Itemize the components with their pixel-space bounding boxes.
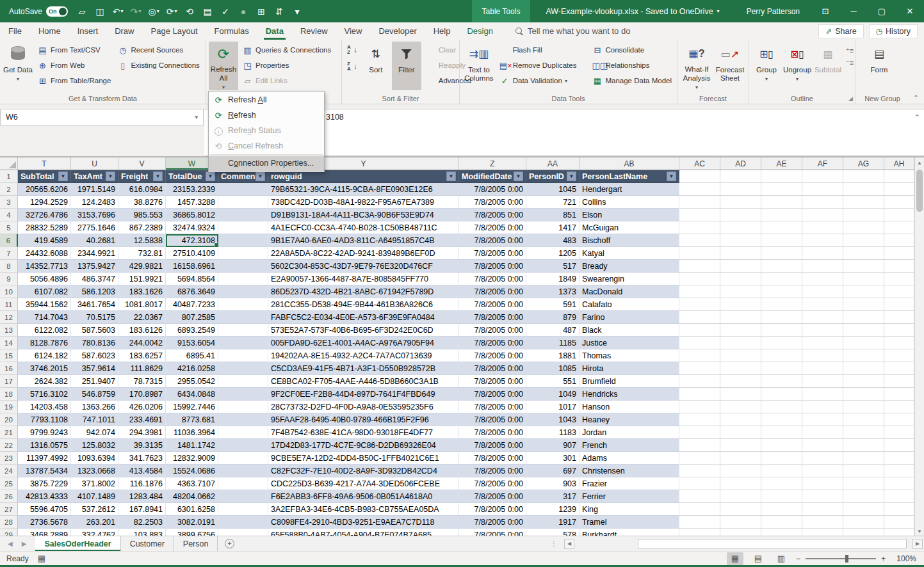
- empty-cell[interactable]: [802, 452, 843, 465]
- empty-cell[interactable]: [761, 311, 802, 324]
- filter-button[interactable]: Filter: [392, 42, 421, 90]
- cell[interactable]: 747.1011: [71, 413, 118, 426]
- autosave-pill[interactable]: On: [46, 6, 68, 17]
- row-header-29[interactable]: 29: [0, 529, 18, 536]
- empty-cell[interactable]: [679, 490, 720, 503]
- cell[interactable]: 7/8/2005 0:00: [459, 516, 526, 529]
- empty-cell[interactable]: [679, 529, 720, 536]
- cell[interactable]: 487: [526, 324, 580, 337]
- cell[interactable]: 578: [526, 529, 580, 536]
- cell[interactable]: 7/8/2005 0:00: [459, 401, 526, 413]
- cell[interactable]: Hendergart: [580, 183, 679, 196]
- cell[interactable]: 483: [526, 234, 580, 247]
- cell[interactable]: Farino: [580, 311, 679, 324]
- share-button[interactable]: ⇗ Share: [818, 24, 863, 38]
- empty-cell[interactable]: [884, 349, 914, 362]
- empty-cell[interactable]: [720, 234, 761, 247]
- cell[interactable]: 32726.4786: [18, 209, 71, 221]
- empty-cell[interactable]: [761, 439, 802, 452]
- column-header-AE[interactable]: AE: [761, 157, 802, 170]
- filter-dropdown-icon[interactable]: ▼: [667, 172, 676, 181]
- cell[interactable]: [218, 196, 268, 209]
- cell[interactable]: 28832.5289: [18, 221, 71, 234]
- filter-dropdown-icon[interactable]: ▼: [153, 172, 163, 181]
- cell[interactable]: Katyal: [580, 247, 679, 260]
- empty-cell[interactable]: [761, 516, 802, 529]
- cell[interactable]: 8128.7876: [18, 337, 71, 349]
- cell[interactable]: Tramel: [580, 516, 679, 529]
- page-break-view-button[interactable]: ▥: [773, 552, 790, 565]
- empty-cell[interactable]: [802, 465, 843, 477]
- empty-cell[interactable]: [761, 490, 802, 503]
- from-table-range-button[interactable]: ⊞From Table/Range: [35, 74, 113, 88]
- cell[interactable]: 517: [526, 260, 580, 273]
- redo-icon[interactable]: ↷▾: [128, 4, 143, 19]
- empty-cell[interactable]: [884, 503, 914, 516]
- cell[interactable]: 1323.0668: [71, 465, 118, 477]
- existing-connections-button[interactable]: ▯Existing Connections: [115, 58, 202, 72]
- table-header-rowguid[interactable]: rowguid▼: [268, 170, 459, 183]
- empty-cell[interactable]: [843, 234, 884, 247]
- cell[interactable]: 537.2612: [71, 503, 118, 516]
- empty-cell[interactable]: [720, 477, 761, 490]
- empty-cell[interactable]: [884, 337, 914, 349]
- row-header-13[interactable]: 13: [0, 324, 18, 337]
- empty-cell[interactable]: [884, 490, 914, 503]
- cell[interactable]: E2A90057-1366-4487-8A7E-8085845FF770: [268, 273, 459, 285]
- empty-cell[interactable]: [679, 388, 720, 401]
- cell[interactable]: 183.6257: [118, 349, 166, 362]
- history-button[interactable]: ◷ History: [869, 24, 918, 38]
- cell[interactable]: 413.4584: [118, 465, 166, 477]
- empty-cell[interactable]: [720, 183, 761, 196]
- cell[interactable]: 426.0206: [118, 401, 166, 413]
- cell[interactable]: 903: [526, 477, 580, 490]
- empty-cell[interactable]: [802, 349, 843, 362]
- relationships-button[interactable]: ◫◫Relationships: [589, 58, 674, 72]
- cell[interactable]: 7/8/2005 0:00: [459, 439, 526, 452]
- switch-window-icon[interactable]: ⇵: [272, 4, 287, 19]
- table-header-subtotal[interactable]: SubTotal▼: [18, 170, 71, 183]
- menu-item-cancel-refresh[interactable]: ⟲Cancel Refresh: [209, 138, 324, 154]
- cell[interactable]: 9153.6054: [166, 337, 218, 349]
- empty-cell[interactable]: [679, 401, 720, 413]
- table-header-personlastname[interactable]: PersonLastName▼: [580, 170, 679, 183]
- cell[interactable]: 11397.4992: [18, 452, 71, 465]
- cell[interactable]: 7/8/2005 0:00: [459, 221, 526, 234]
- check-doc-icon[interactable]: ✓: [218, 4, 233, 19]
- empty-cell[interactable]: [679, 465, 720, 477]
- remove-duplicates-button[interactable]: ▤×Remove Duplicates: [497, 58, 580, 72]
- cell[interactable]: 6124.182: [18, 349, 71, 362]
- tab-review[interactable]: Review: [292, 22, 336, 40]
- tab-home[interactable]: Home: [30, 22, 69, 40]
- cell[interactable]: 7/8/2005 0:00: [459, 362, 526, 375]
- empty-cell[interactable]: [761, 170, 802, 183]
- cell[interactable]: 1093.6394: [71, 452, 118, 465]
- empty-cell[interactable]: [884, 247, 914, 260]
- cell[interactable]: 40.2681: [71, 234, 118, 247]
- empty-cell[interactable]: [761, 324, 802, 337]
- cell[interactable]: 183.1626: [118, 285, 166, 298]
- row-header-8[interactable]: 8: [0, 260, 18, 273]
- cell[interactable]: Burkhardt: [580, 529, 679, 536]
- cell[interactable]: 79B65321-39CA-4115-9CBA-8FE0903E12E6: [268, 183, 459, 196]
- empty-cell[interactable]: [679, 349, 720, 362]
- cell[interactable]: Collins: [580, 196, 679, 209]
- empty-cell[interactable]: [884, 388, 914, 401]
- empty-cell[interactable]: [720, 324, 761, 337]
- record-macro-icon[interactable]: ●: [236, 4, 251, 19]
- empty-cell[interactable]: [802, 516, 843, 529]
- cell[interactable]: 294.3981: [118, 426, 166, 439]
- cell[interactable]: 2344.9921: [71, 247, 118, 260]
- cell[interactable]: 1417: [526, 221, 580, 234]
- cell[interactable]: 332.4762: [71, 529, 118, 536]
- empty-cell[interactable]: [679, 503, 720, 516]
- zoom-track[interactable]: [806, 558, 876, 559]
- cell[interactable]: [218, 209, 268, 221]
- cell[interactable]: 281CC355-D538-494E-9B44-461B36A826C6: [268, 298, 459, 311]
- cell[interactable]: [218, 465, 268, 477]
- tab-page-layout[interactable]: Page Layout: [143, 22, 206, 40]
- cell[interactable]: 1085: [526, 362, 580, 375]
- empty-cell[interactable]: [720, 298, 761, 311]
- cell[interactable]: Elson: [580, 209, 679, 221]
- name-box-caret-icon[interactable]: ▾: [195, 114, 198, 120]
